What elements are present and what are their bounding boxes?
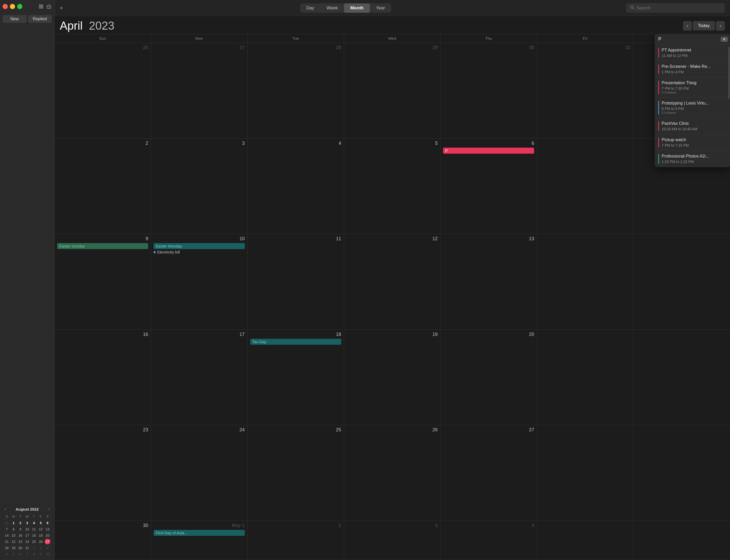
mini-cal-day[interactable]: 25: [31, 539, 37, 544]
calendar-cell[interactable]: [537, 330, 633, 425]
mini-cal-day[interactable]: 20: [45, 532, 50, 538]
calendar-cell[interactable]: 10Easter MondayElectricity bill: [151, 234, 248, 329]
calendar-cell[interactable]: 13: [440, 234, 537, 329]
mini-cal-day[interactable]: 7: [4, 526, 10, 532]
mini-cal-day[interactable]: 29: [11, 545, 16, 551]
mini-cal-day[interactable]: 28: [4, 545, 10, 551]
event-pill[interactable]: P: [443, 148, 534, 154]
mini-cal-day[interactable]: 27: [45, 539, 50, 544]
mini-cal-day[interactable]: 5: [11, 551, 16, 557]
calendar-cell[interactable]: [537, 139, 633, 234]
calendar-cell[interactable]: 17: [151, 330, 248, 425]
mini-cal-day[interactable]: 21: [4, 539, 10, 544]
calendar-cell[interactable]: 30: [440, 43, 537, 138]
calendar-cell[interactable]: 27: [440, 425, 537, 520]
view-btn-day[interactable]: Day: [300, 3, 321, 13]
search-result-item[interactable]: Prototyping | Lexis Virtu...8 PM to 9 PM…: [655, 98, 730, 118]
calendar-cell[interactable]: 2: [248, 521, 344, 560]
search-dropdown-input[interactable]: [658, 36, 719, 42]
mini-cal-day[interactable]: 23: [17, 539, 23, 544]
event-pill[interactable]: Tax Day: [250, 339, 341, 345]
maximize-button[interactable]: [17, 4, 22, 9]
mini-cal-day[interactable]: 8: [11, 526, 16, 532]
calendar-cell[interactable]: 4: [248, 139, 344, 234]
calendar-prev-button[interactable]: ‹: [683, 21, 692, 31]
replied-button[interactable]: Replied: [28, 15, 52, 23]
search-clear-button[interactable]: ✕: [721, 37, 728, 42]
mini-cal-day[interactable]: 7: [24, 551, 30, 557]
calendar-cell[interactable]: [537, 425, 633, 520]
calendar-cell[interactable]: 20: [440, 330, 537, 425]
mini-cal-day[interactable]: 10: [24, 526, 30, 532]
calendar-cell[interactable]: 4: [440, 521, 537, 560]
add-event-button[interactable]: +: [60, 5, 63, 11]
mini-cal-day[interactable]: 8: [31, 551, 37, 557]
calendar-cell[interactable]: 23: [55, 425, 151, 520]
mini-cal-day[interactable]: 6: [17, 551, 23, 557]
mini-cal-day[interactable]: 2: [38, 545, 44, 551]
mini-cal-day[interactable]: 11: [31, 526, 37, 532]
close-button[interactable]: [3, 4, 8, 9]
calendar-cell[interactable]: [634, 425, 730, 520]
calendar-cell[interactable]: [634, 234, 730, 329]
calendar-cell[interactable]: 5: [344, 139, 440, 234]
calendar-cell[interactable]: [537, 234, 633, 329]
calendar-cell[interactable]: 27: [151, 43, 248, 138]
mini-cal-day[interactable]: 22: [11, 539, 16, 544]
calendar-cell[interactable]: 3: [151, 139, 248, 234]
search-result-item[interactable]: PackVax Clinic10:20 AM to 10:40 AM: [655, 118, 730, 134]
event-pill[interactable]: Easter Monday: [154, 243, 245, 249]
mini-cal-day[interactable]: 26: [38, 539, 44, 544]
scroll-indicator[interactable]: [728, 47, 729, 99]
mini-cal-day[interactable]: 4: [4, 551, 10, 557]
mini-cal-day[interactable]: 15: [11, 532, 16, 538]
calendar-cell[interactable]: 19: [344, 330, 440, 425]
calendar-cell[interactable]: [537, 521, 633, 560]
view-btn-year[interactable]: Year: [370, 3, 391, 13]
calendar-cell[interactable]: [634, 521, 730, 560]
calendar-cell[interactable]: 12: [344, 234, 440, 329]
calendar-today-button[interactable]: Today: [693, 21, 715, 30]
mini-cal-day[interactable]: 9: [38, 551, 44, 557]
calendar-cell[interactable]: 6P: [440, 139, 537, 234]
mini-cal-day[interactable]: 6: [45, 520, 50, 526]
calendar-cell[interactable]: 29: [344, 43, 440, 138]
calendar-cell[interactable]: May 1First Day of Asia...: [151, 521, 248, 560]
search-bar[interactable]: [626, 3, 725, 13]
calendar-cell[interactable]: 31: [537, 43, 633, 138]
mini-cal-day[interactable]: 17: [24, 532, 30, 538]
calendar-cell[interactable]: 18Tax Day: [248, 330, 344, 425]
calendar-cell[interactable]: 28: [248, 43, 344, 138]
view-btn-week[interactable]: Week: [321, 3, 344, 13]
calendar-cell[interactable]: 30: [55, 521, 151, 560]
calendar-cell[interactable]: 11: [248, 234, 344, 329]
mini-cal-day[interactable]: 9: [17, 526, 23, 532]
mini-cal-day[interactable]: 31: [4, 520, 10, 526]
event-pill[interactable]: First Day of Asia...: [154, 530, 245, 536]
view-btn-month[interactable]: Month: [344, 3, 370, 13]
mini-cal-day[interactable]: 2: [17, 520, 23, 526]
mini-cal-day[interactable]: 10: [45, 551, 50, 557]
calendar-next-button[interactable]: ›: [716, 21, 725, 31]
calendar-cell[interactable]: 2: [55, 139, 151, 234]
search-result-item[interactable]: PT Appointmnet11 AM to 12 PM: [655, 45, 730, 61]
mini-cal-day[interactable]: 18: [31, 532, 37, 538]
search-result-item[interactable]: Pre-Screener - Wake Re...1 PM to 4 PM: [655, 61, 730, 77]
mini-cal-day[interactable]: 13: [45, 526, 50, 532]
calendar-cell[interactable]: 9Easter Sunday: [55, 234, 151, 329]
mini-cal-day[interactable]: 3: [24, 520, 30, 526]
calendar-cell[interactable]: 24: [151, 425, 248, 520]
mini-cal-day[interactable]: 1: [31, 545, 37, 551]
mini-cal-day[interactable]: 16: [17, 532, 23, 538]
calendar-cell[interactable]: [634, 330, 730, 425]
calendar-cell[interactable]: 26: [55, 43, 151, 138]
search-result-item[interactable]: Pickup watch7 PM to 7:15 PM: [655, 134, 730, 151]
mini-cal-day[interactable]: 30: [17, 545, 23, 551]
mini-cal-day[interactable]: 19: [38, 532, 44, 538]
list-icon[interactable]: [38, 4, 44, 9]
search-result-item[interactable]: Presentation Thing7 PM to 7:30 PM5 Invit…: [655, 77, 730, 98]
new-button[interactable]: New: [3, 15, 27, 23]
mini-cal-day[interactable]: 12: [38, 526, 44, 532]
search-result-item[interactable]: Professional Photos A2i...1:20 PM to 1:2…: [655, 151, 730, 167]
mini-cal-next[interactable]: ›: [47, 506, 51, 512]
